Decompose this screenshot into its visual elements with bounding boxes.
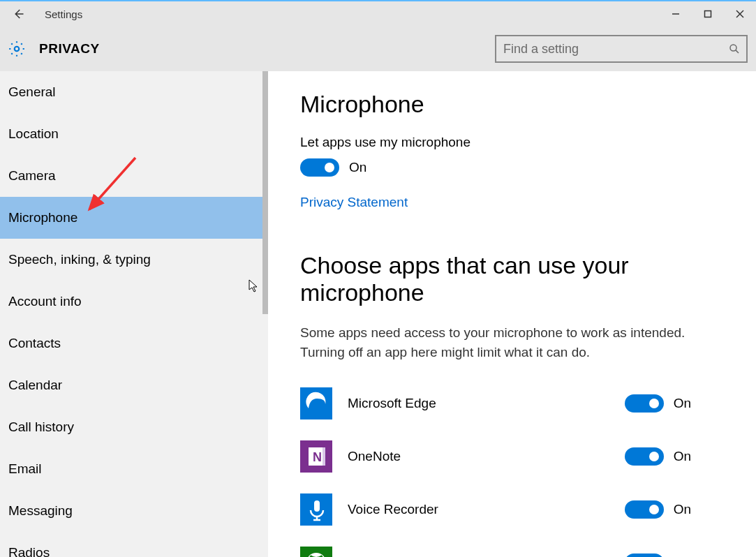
section-heading: Microphone: [300, 91, 724, 118]
sidebar-item-label: Messaging: [8, 503, 73, 519]
master-toggle-label: Let apps use my microphone: [300, 135, 724, 150]
search-input[interactable]: [496, 42, 722, 57]
svg-rect-1: [705, 11, 711, 17]
app-toggle[interactable]: [625, 500, 664, 519]
app-row-xbox: XboxOn: [300, 536, 691, 557]
app-toggle-state: On: [674, 502, 691, 517]
app-row-microsoft-edge: Microsoft EdgeOn: [300, 377, 691, 430]
svg-point-4: [15, 47, 20, 52]
sidebar-item-messaging[interactable]: Messaging: [0, 490, 268, 532]
app-name-label: Microsoft Edge: [348, 396, 625, 411]
sidebar-item-location[interactable]: Location: [0, 113, 268, 155]
sidebar-item-contacts[interactable]: Contacts: [0, 322, 268, 364]
scrollbar[interactable]: [262, 71, 268, 314]
sidebar-item-general[interactable]: General: [0, 71, 268, 113]
voice-recorder-icon: [300, 493, 332, 526]
app-toggle[interactable]: [625, 447, 664, 466]
app-row-voice-recorder: Voice RecorderOn: [300, 483, 691, 536]
sidebar-item-label: Microphone: [8, 210, 77, 225]
app-name-label: Voice Recorder: [348, 502, 625, 517]
app-row-onenote: NOneNoteOn: [300, 430, 691, 483]
sidebar-item-radios[interactable]: Radios: [0, 532, 268, 557]
page-title: PRIVACY: [27, 41, 100, 57]
sidebar-item-label: Radios: [8, 545, 50, 557]
sidebar: ▲ GeneralLocationCameraMicrophoneSpeech,…: [0, 71, 268, 557]
window-title: Settings: [31, 8, 82, 20]
back-arrow-icon: [12, 8, 24, 20]
content-pane: Microphone Let apps use my microphone On…: [268, 71, 756, 557]
sidebar-item-label: Camera: [8, 168, 56, 184]
app-toggle[interactable]: [625, 394, 664, 413]
sidebar-item-label: Call history: [8, 419, 74, 435]
sidebar-item-speech-inking-typing[interactable]: Speech, inking, & typing: [0, 239, 268, 281]
header-row: PRIVACY: [0, 27, 756, 71]
onenote-icon: N: [300, 440, 332, 473]
sidebar-item-label: Speech, inking, & typing: [8, 252, 151, 267]
edge-icon: [300, 387, 332, 419]
apps-heading: Choose apps that can use your microphone: [300, 252, 724, 306]
minimize-button[interactable]: [660, 1, 692, 27]
sidebar-item-label: Location: [8, 126, 59, 142]
sidebar-item-call-history[interactable]: Call history: [0, 406, 268, 448]
minimize-icon: [672, 10, 680, 18]
sidebar-item-label: Calendar: [8, 378, 62, 393]
sidebar-item-label: Email: [8, 461, 42, 477]
sidebar-item-label: General: [8, 84, 56, 100]
sidebar-item-email[interactable]: Email: [0, 448, 268, 490]
apps-description: Some apps need access to your microphone…: [300, 323, 691, 362]
app-toggle-state: On: [674, 396, 691, 411]
privacy-statement-link[interactable]: Privacy Statement: [300, 195, 408, 210]
sidebar-item-camera[interactable]: Camera: [0, 155, 268, 197]
sidebar-item-microphone[interactable]: Microphone: [0, 197, 268, 239]
sidebar-item-label: Contacts: [8, 336, 61, 351]
master-toggle-state: On: [349, 160, 366, 175]
master-toggle[interactable]: [300, 158, 339, 177]
svg-rect-13: [314, 500, 320, 512]
titlebar: Settings: [0, 1, 756, 27]
sidebar-item-calendar[interactable]: Calendar: [0, 364, 268, 406]
close-icon: [735, 9, 745, 19]
svg-text:N: N: [313, 450, 322, 464]
back-button[interactable]: [6, 1, 31, 27]
app-name-label: OneNote: [348, 449, 625, 464]
search-icon: [722, 43, 746, 55]
maximize-button[interactable]: [692, 1, 724, 27]
maximize-icon: [704, 10, 712, 18]
close-button[interactable]: [724, 1, 756, 27]
svg-line-6: [736, 50, 739, 53]
settings-gear-icon: [7, 39, 27, 59]
search-box[interactable]: [495, 35, 748, 63]
sidebar-item-label: Account info: [8, 294, 82, 309]
xbox-icon: [300, 547, 332, 557]
app-toggle-state: On: [674, 449, 691, 464]
svg-rect-10: [323, 447, 325, 466]
svg-point-5: [730, 45, 736, 51]
app-toggle[interactable]: [625, 554, 664, 557]
sidebar-item-account-info[interactable]: Account info: [0, 281, 268, 322]
